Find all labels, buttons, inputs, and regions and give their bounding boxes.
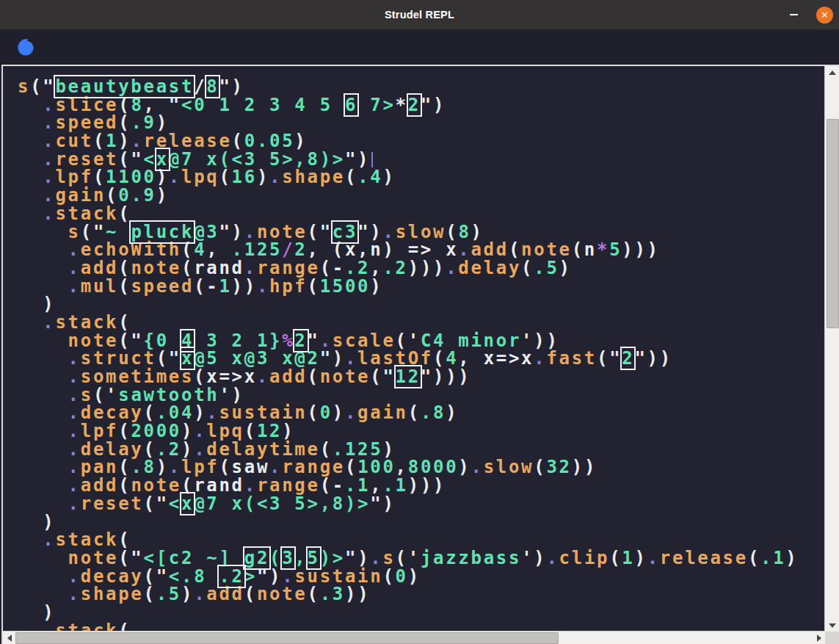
code-token: ))) [408,475,446,496]
code-line: .slice(8, "<0 1 2 3 4 5 6 7>*2") [18,96,825,115]
code-token: . [647,548,660,568]
code-token: 5 [609,239,622,260]
active-pattern-token: x [181,493,194,514]
code-line: .reset("<x@7 x(<3 5>,8)>") [18,151,825,169]
code-line: .struct("x@5 x@3 x@2").lastOf(4, x=>x.fa… [18,350,825,368]
code-editor[interactable]: s("beautybeast/8") .slice(8, "<0 1 2 3 4… [3,66,825,632]
arrow-down-icon [829,623,836,628]
vertical-scrollbar-thumb[interactable] [827,119,839,328]
code-token: ( [308,584,320,604]
code-line: note("<[c2 ~] g2(3,5)>").s('jazzbass').c… [18,549,825,568]
code-token: ")) [634,348,672,369]
code-token: .4 [357,167,382,187]
code-line: note("{0 4 3 2 1}%2".scale('C4 minor')) [18,332,825,350]
code-token: 0 [320,402,333,423]
code-token: shape [81,584,144,604]
code-token: n [584,239,597,260]
code-line: .shape(.5).add(note(.3)) [18,585,825,604]
code-token: ))) [408,258,446,278]
code-token: . [446,258,458,278]
code-token [18,621,43,632]
code-token: . [257,366,269,387]
close-button[interactable]: ✕ [816,7,833,23]
window-title: Strudel REPL [385,9,454,21]
code-token: . [269,167,282,187]
code-token: speed [131,276,194,297]
strudel-repl-window: Strudel REPL ✕ s("beautybeast/8") .slice… [0,0,839,644]
code-token: 7> [357,95,395,115]
code-token: ) [382,167,395,187]
minimize-button[interactable] [782,4,805,26]
arrow-right-icon [817,634,821,642]
code-token: 1 [622,548,634,568]
code-token: . [194,584,206,604]
active-pattern-token: 2 [622,348,634,369]
code-token: 0 [396,566,408,587]
code-token: note [257,584,308,604]
code-token: ( [345,167,357,187]
code-token: * [396,95,408,115]
code-token: . [43,621,55,632]
code-token: ) [446,402,458,423]
code-line: .decay("<.8 .2>").sustain(0) [18,568,825,586]
code-token: gain [357,402,408,423]
code-token: (" [144,493,169,514]
code-token: . [546,548,559,568]
code-token: (- [194,276,219,297]
code-token: delay [458,258,521,278]
code-token: 32 [546,457,571,477]
code-token: ( [572,239,584,260]
code-token: ( [534,457,546,477]
code-line: .stack( [18,622,825,632]
code-line: ) [18,295,825,314]
title-bar[interactable]: Strudel REPL ✕ [0,0,839,30]
code-content: s("beautybeast/8") .slice(8, "<0 1 2 3 4… [3,66,825,632]
code-token: . [68,493,81,514]
scroll-up-button[interactable] [825,66,839,79]
code-token: ) [458,457,471,477]
scroll-left-button[interactable] [3,632,15,644]
code-token: )) [345,584,370,604]
code-token: . [345,402,357,423]
horizontal-scrollbar-thumb[interactable] [15,632,559,644]
code-token: (" [597,348,622,369]
code-line: .lpf(1100).lpq(16).shape(.4) [18,168,825,187]
code-token: ( [408,402,421,423]
code-line: .add(note(rand.range(-.1,.1))) [18,477,825,495]
code-token: note [320,366,371,387]
code-line: .cut(1).release(0.05) [18,132,825,151]
code-token: < [169,493,181,514]
code-token: ( [307,366,319,387]
code-token: ( [382,566,395,587]
code-token: ) [333,402,345,423]
code-token: )) [232,276,257,297]
code-line: .s('sawtooth') [18,386,825,405]
code-token: ") [421,95,446,115]
code-token: ( [308,276,320,297]
scroll-down-button[interactable] [825,619,839,632]
code-token: ( [521,258,534,278]
code-token: )) [572,457,597,477]
code-token: hpf [269,276,307,297]
code-token: ) [181,584,194,604]
horizontal-scrollbar[interactable] [3,631,825,644]
close-icon: ✕ [821,10,829,21]
code-line: s("~ pluck@3").note("c3").slow(8) [18,223,825,242]
active-pattern-token: 6 [345,95,357,115]
code-token: ) [785,548,798,568]
code-line: ) [18,604,825,622]
code-token: clip [559,548,610,568]
code-token: ') [521,548,546,568]
active-pattern-token: 2 [408,95,421,115]
code-token: ( [144,584,156,604]
text-cursor [371,152,373,167]
scrollbar-corner [825,632,839,644]
code-line: .speed(.9) [18,114,825,132]
code-token: ") [370,493,395,514]
scroll-right-button[interactable] [813,632,825,644]
code-line: s("beautybeast/8") [18,78,825,96]
strudel-spiral-logo-icon[interactable] [15,37,37,59]
code-token: stack [55,621,118,632]
vertical-scrollbar[interactable] [824,66,839,632]
minimize-icon [790,14,798,15]
